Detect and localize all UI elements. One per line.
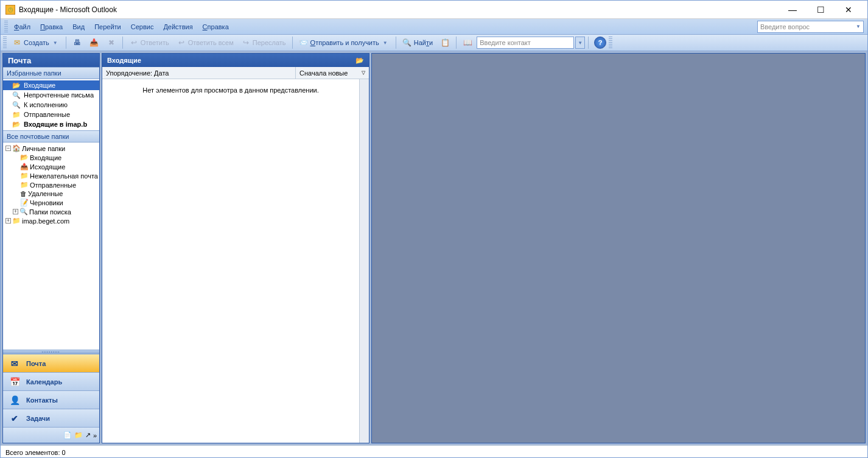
statusbar: Всего элементов: 0 [1,445,867,458]
menu-edit[interactable]: Правка [35,21,68,32]
dropdown-icon[interactable]: ▼ [856,24,861,29]
send-receive-icon: 📨 [299,38,309,48]
send-receive-button[interactable]: 📨 Отправить и получить ▼ [296,36,393,49]
outbox-icon: 📤 [20,163,29,171]
nav-button-contacts[interactable]: 👤Контакты [3,390,99,409]
nav-button-tasks[interactable]: ✔Задачи [3,409,99,427]
tree-deleted[interactable]: 🗑Удаленные [3,189,99,198]
folder-icon: 📂 [355,57,364,65]
separator [66,37,66,49]
create-button[interactable]: ✉ Создать ▼ [9,36,63,49]
favorites-header[interactable]: Избранные папки [3,67,99,79]
menu-view[interactable]: Вид [68,21,89,32]
organize-icon: 📋 [440,38,450,48]
nav-header-mail: Почта [3,54,99,67]
delete-button[interactable]: ✖ [103,36,119,49]
tree-inbox[interactable]: 📂Входящие [3,153,99,162]
shortcuts-icon[interactable]: ↗ [85,431,91,439]
tree-sent[interactable]: 📁Отправленные [3,180,99,189]
folder-list-icon[interactable]: 📁 [74,431,83,439]
folder-tree: −🏠Личные папки 📂Входящие 📤Исходящие 📁Неж… [3,143,99,350]
tree-search-folders[interactable]: +🔍Папки поиска [3,207,99,216]
scrollbar[interactable] [359,79,369,443]
folder-icon: 📂 [12,120,21,129]
reply-button[interactable]: ↩Ответить [126,36,172,49]
menu-actions[interactable]: Действия [158,21,197,32]
folder-icon: 📁 [12,110,21,119]
maximize-button[interactable]: ☐ [807,1,835,18]
sort-order-button[interactable]: Сначала новые▽ [296,67,369,79]
calendar-icon: 📅 [8,376,21,387]
status-item-count: Всего элементов: 0 [5,449,66,456]
delete-icon: ✖ [107,38,116,48]
tree-junk[interactable]: 📁Нежелательная почта [3,171,99,180]
dropdown-icon[interactable]: ▼ [381,40,390,46]
separator [292,37,293,49]
message-list-panel: Входящие 📂 Упорядочение: Дата Сначала но… [102,53,369,443]
titlebar: ◷ Входящие - Microsoft Outlook — ☐ ✕ [1,1,867,19]
favorite-sent[interactable]: 📁Отправленные [3,110,99,119]
contact-dropdown[interactable]: ▼ [575,37,585,49]
trash-icon: 🗑 [20,190,27,197]
grip-icon [3,37,7,49]
tasks-icon: ✔ [8,413,21,424]
menu-file[interactable]: Файл [9,21,35,32]
minimize-button[interactable]: — [779,1,807,18]
sort-by-button[interactable]: Упорядочение: Дата [102,67,296,79]
separator [122,37,123,49]
search-folder-icon: 🔍 [12,100,21,109]
favorites-list: 📂Входящие 🔍Непрочтенные письма 🔍К исполн… [3,79,99,130]
reading-pane [371,53,866,443]
print-button[interactable]: 🖶 [69,36,85,49]
list-header: Входящие 📂 [102,54,369,67]
new-mail-icon: ✉ [12,38,22,48]
tree-imap-account[interactable]: +📁imap.beget.com [3,216,99,225]
outlook-data-icon: 🏠 [12,144,21,152]
move-button[interactable]: 📥 [86,36,102,49]
mail-icon: ✉ [8,358,21,369]
favorite-followup[interactable]: 🔍К исполнению [3,100,99,110]
expand-icon[interactable]: + [5,218,11,224]
tree-personal-folders[interactable]: −🏠Личные папки [3,144,99,153]
tree-outbox[interactable]: 📤Исходящие [3,162,99,171]
forward-button[interactable]: ↪Переслать [238,36,289,49]
grip-icon [609,37,612,49]
help-button[interactable]: ? [594,37,606,49]
reply-all-button[interactable]: ↩Ответить всем [173,36,237,49]
favorite-inbox[interactable]: 📂Входящие [3,80,99,90]
expand-icon[interactable]: + [13,209,18,214]
collapse-icon[interactable]: − [5,146,11,151]
outlook-icon: ◷ [5,5,15,15]
organize-button[interactable]: 📋 [437,36,453,49]
menu-help[interactable]: Справка [198,21,234,32]
menu-go[interactable]: Перейти [89,21,126,32]
nav-splitter[interactable] [3,350,99,354]
configure-buttons-icon[interactable]: » [93,432,97,439]
menu-tools[interactable]: Сервис [126,21,159,32]
find-button[interactable]: 🔍 Найти [399,36,436,49]
address-book-icon: 📖 [463,38,472,48]
question-placeholder: Введите вопрос [760,23,810,30]
tree-drafts[interactable]: 📝Черновики [3,198,99,207]
store-icon: 📁 [12,217,21,225]
nav-button-calendar[interactable]: 📅Календарь [3,372,99,390]
favorite-imap-inbox[interactable]: 📂Входящие в imap.b [3,119,99,129]
favorite-unread[interactable]: 🔍Непрочтенные письма [3,90,99,100]
search-folder-icon: 🔍 [12,91,21,99]
forward-icon: ↪ [241,38,251,48]
grip-icon [4,21,8,33]
separator [588,37,589,49]
dropdown-icon[interactable]: ▼ [51,40,60,46]
contact-input[interactable]: Введите контакт [477,37,574,49]
window-title: Входящие - Microsoft Outlook [19,5,779,14]
print-icon: 🖶 [72,38,82,48]
search-folder-icon: 🔍 [19,208,28,216]
address-book-button[interactable]: 📖 [460,36,475,49]
close-button[interactable]: ✕ [835,1,863,18]
all-folders-header[interactable]: Все почтовые папки [3,130,99,143]
question-input[interactable]: Введите вопрос ▼ [757,21,864,33]
nav-button-mail[interactable]: ✉Почта [3,354,99,372]
folder-icon: 📂 [12,81,21,90]
toolbar: ✉ Создать ▼ 🖶 📥 ✖ ↩Ответить ↩Ответить вс… [1,35,867,51]
notes-icon[interactable]: 📄 [63,431,72,439]
